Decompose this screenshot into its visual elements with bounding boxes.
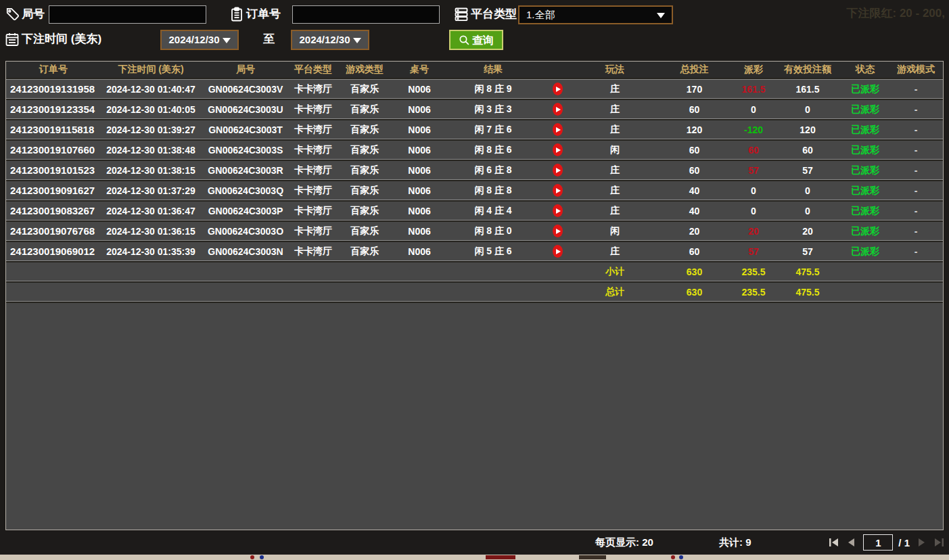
- date-range-to-label: 至: [263, 30, 275, 49]
- platform-type-select[interactable]: 1.全部: [518, 5, 673, 24]
- video-replay-icon[interactable]: [553, 103, 563, 116]
- round-no: GN00624C3003O: [201, 226, 290, 237]
- video-replay-icon[interactable]: [553, 225, 563, 237]
- page-number-input[interactable]: [863, 534, 893, 551]
- round-no: GN00624C3003V: [201, 84, 290, 95]
- bead-blue: [679, 555, 683, 559]
- col-header-round: 局号: [201, 64, 290, 76]
- order-no: 241230019076768: [6, 225, 101, 237]
- table-row: 241230019091627 2024-12-30 01:37:29 GN00…: [6, 181, 943, 200]
- order-no-input[interactable]: [292, 5, 440, 24]
- col-header-result: 结果: [446, 64, 540, 76]
- chevron-down-icon: [353, 38, 361, 43]
- col-header-time: 下注时间 (美东): [101, 64, 201, 76]
- bead-red: [671, 555, 675, 559]
- video-replay-icon[interactable]: [553, 83, 563, 95]
- valid-bet: 57: [774, 246, 841, 257]
- order-no: 241230019083267: [6, 205, 101, 216]
- round-no: GN00624C3003U: [201, 104, 290, 115]
- round-no: GN00624C3003S: [201, 145, 290, 156]
- platform-type-label: 平台类型: [471, 5, 517, 24]
- total-bet: 60: [655, 145, 733, 156]
- platform-icon: [453, 6, 469, 22]
- next-page-icon[interactable]: [915, 537, 927, 548]
- bead-red: [250, 555, 254, 559]
- grand-total-label: 总计: [574, 286, 655, 298]
- video-replay-icon[interactable]: [553, 164, 563, 177]
- round-no-input[interactable]: [49, 5, 206, 24]
- col-header-mode: 游戏模式: [889, 64, 943, 76]
- video-replay-icon[interactable]: [553, 204, 563, 217]
- col-header-game: 游戏类型: [336, 64, 393, 76]
- order-no: 241230019107660: [6, 144, 101, 156]
- date-to-picker[interactable]: 2024/12/30: [291, 30, 369, 50]
- last-page-icon[interactable]: [933, 537, 945, 548]
- video-replay-icon[interactable]: [553, 143, 563, 156]
- game-type: 百家乐: [336, 185, 393, 197]
- bet-history-table: 订单号 下注时间 (美东) 局号 平台类型 游戏类型 桌号 结果 玩法 总投注 …: [5, 61, 944, 530]
- round-no: GN00624C3003R: [201, 165, 290, 176]
- platform: 卡卡湾厅: [290, 246, 336, 258]
- payout: 57: [733, 246, 774, 257]
- table-row: 241230019115818 2024-12-30 01:39:27 GN00…: [6, 120, 943, 139]
- subtotal-total-bet: 630: [655, 266, 733, 277]
- play-type: 庄: [574, 185, 655, 197]
- platform: 卡卡湾厅: [290, 103, 336, 116]
- round-no-label: 局号: [22, 5, 45, 24]
- platform: 卡卡湾厅: [290, 144, 336, 156]
- first-page-icon[interactable]: [828, 537, 840, 548]
- result: 闲 8 庄 8: [446, 185, 540, 197]
- game-mode: -: [889, 206, 943, 216]
- payout: 57: [733, 165, 774, 176]
- search-icon: [459, 34, 470, 46]
- order-no: 241230019101523: [6, 164, 101, 176]
- game-mode: -: [889, 104, 943, 115]
- table-no: N006: [393, 124, 446, 135]
- video-replay-icon[interactable]: [553, 123, 563, 136]
- table-row: 241230019076768 2024-12-30 01:36:15 GN00…: [6, 222, 943, 240]
- fragment: [579, 555, 606, 559]
- round-no: GN00624C3003Q: [201, 185, 290, 196]
- status-badge: 已派彩: [841, 164, 889, 177]
- subtotal-payout: 235.5: [733, 266, 774, 277]
- subtotal-row: 小计 630 235.5 475.5: [6, 262, 943, 281]
- table-no: N006: [393, 246, 446, 257]
- valid-bet: 60: [774, 145, 841, 156]
- game-mode: -: [889, 185, 943, 196]
- result: 闲 5 庄 6: [446, 246, 540, 258]
- total-bet: 60: [655, 165, 733, 176]
- table-row: 241230019131958 2024-12-30 01:40:47 GN00…: [6, 80, 943, 98]
- col-header-platform: 平台类型: [290, 64, 336, 76]
- total-bet: 120: [655, 124, 733, 135]
- order-no: 241230019069012: [6, 246, 101, 257]
- total-bet: 60: [655, 104, 733, 115]
- round-no: GN00624C3003N: [201, 246, 290, 257]
- status-badge: 已派彩: [841, 83, 889, 95]
- payout: 161.5: [733, 84, 774, 95]
- grand-total-valid-bet: 475.5: [774, 287, 841, 298]
- result: 闲 3 庄 3: [446, 103, 540, 116]
- valid-bet: 0: [774, 185, 841, 196]
- video-replay-icon[interactable]: [553, 245, 563, 258]
- bet-time: 2024-12-30 01:37:29: [101, 185, 201, 196]
- video-replay-icon[interactable]: [553, 184, 563, 197]
- play-type: 庄: [574, 205, 655, 217]
- platform: 卡卡湾厅: [290, 124, 336, 136]
- date-from-picker[interactable]: 2024/12/30: [160, 30, 239, 50]
- payout: 0: [733, 104, 774, 115]
- play-type: 闲: [574, 144, 655, 156]
- status-badge: 已派彩: [841, 144, 889, 156]
- grand-total-payout: 235.5: [733, 287, 774, 298]
- table-no: N006: [393, 145, 446, 156]
- chevron-down-icon: [223, 38, 231, 43]
- total-bet: 20: [655, 226, 733, 237]
- query-button[interactable]: 查询: [449, 30, 503, 50]
- payout: 60: [733, 145, 774, 156]
- table-row: 241230019107660 2024-12-30 01:38:48 GN00…: [6, 141, 943, 159]
- order-no-label: 订单号: [246, 5, 281, 24]
- prev-page-icon[interactable]: [846, 537, 858, 548]
- col-header-play: 玩法: [574, 64, 655, 76]
- status-badge: 已派彩: [841, 185, 889, 197]
- pagination-bar: 每页显示: 20 共计: 9 / 1: [0, 530, 949, 555]
- status-badge: 已派彩: [841, 246, 889, 258]
